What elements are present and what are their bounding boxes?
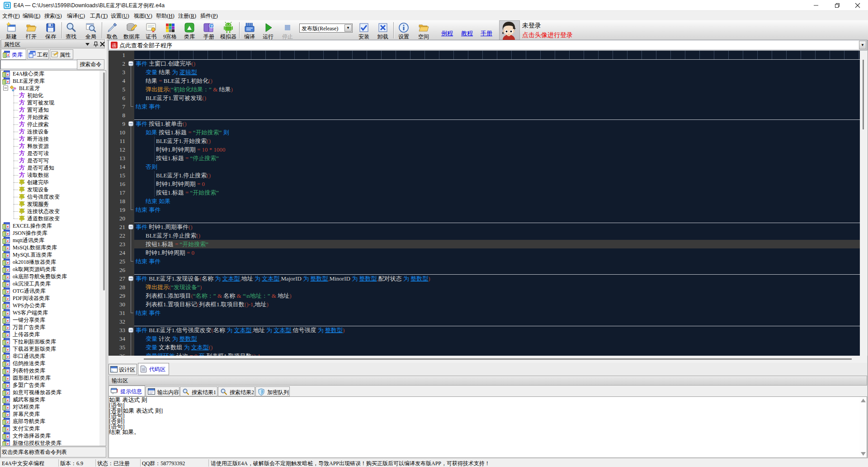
svg-text:!: ! [117, 388, 118, 393]
svg-text:?: ? [210, 24, 213, 29]
svg-text:函: 函 [112, 43, 117, 48]
